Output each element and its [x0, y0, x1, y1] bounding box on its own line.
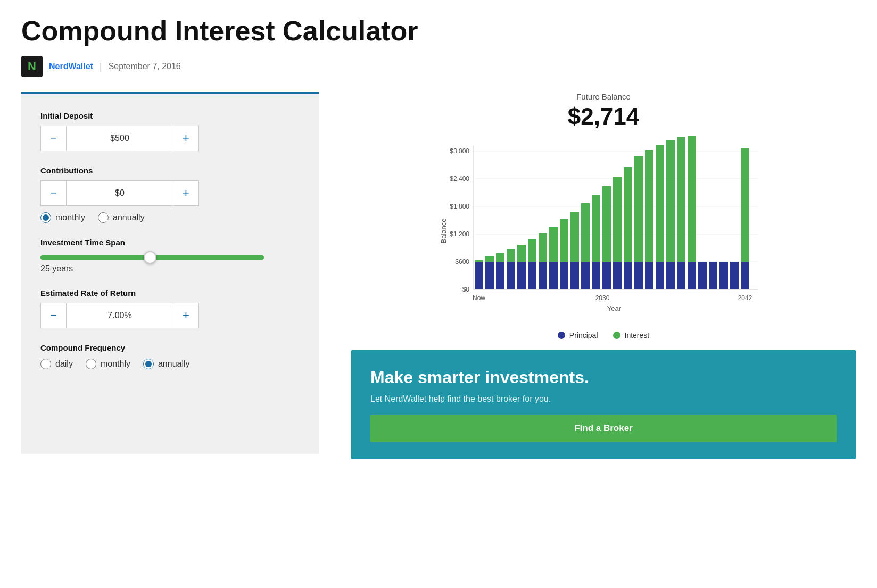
svg-rect-28	[539, 233, 547, 262]
time-span-label: Investment Time Span	[40, 238, 300, 247]
svg-text:$600: $600	[455, 258, 469, 266]
svg-rect-50	[656, 145, 664, 262]
contributions-monthly-label[interactable]: monthly	[40, 212, 85, 223]
svg-rect-56	[688, 136, 696, 262]
byline-author[interactable]: NerdWallet	[49, 62, 93, 71]
svg-rect-62	[741, 148, 749, 262]
promo-title: Make smarter investments.	[370, 367, 837, 387]
svg-rect-47	[645, 262, 653, 289]
rate-of-return-minus[interactable]: −	[40, 303, 66, 328]
svg-text:2042: 2042	[738, 294, 752, 302]
svg-rect-26	[528, 239, 536, 262]
svg-rect-18	[485, 256, 494, 262]
compound-frequency-label: Compound Frequency	[40, 343, 300, 352]
time-span-slider[interactable]	[40, 255, 264, 260]
balance-label: Future Balance	[351, 92, 856, 101]
page-title: Compound Interest Calculator	[21, 16, 856, 46]
svg-text:Balance: Balance	[440, 219, 448, 244]
balance-section: Future Balance $2,714	[351, 92, 856, 130]
compound-monthly-text: monthly	[101, 359, 130, 369]
svg-rect-20	[496, 253, 504, 262]
svg-rect-44	[624, 167, 632, 262]
promo-box: Make smarter investments. Let NerdWallet…	[351, 350, 856, 459]
svg-text:$1,200: $1,200	[450, 230, 469, 238]
compound-daily-text: daily	[55, 359, 73, 369]
svg-rect-36	[581, 203, 590, 262]
compound-daily-radio[interactable]	[40, 359, 51, 369]
rate-of-return-plus[interactable]: +	[173, 303, 199, 328]
contributions-label: Contributions	[40, 166, 300, 175]
svg-rect-40	[602, 186, 611, 262]
svg-text:2030: 2030	[595, 294, 610, 302]
compound-frequency-radios: daily monthly annually	[40, 359, 300, 369]
byline-date: September 7, 2016	[109, 62, 181, 71]
svg-rect-39	[602, 262, 611, 289]
svg-text:Now: Now	[473, 294, 485, 302]
legend-interest: Interest	[613, 331, 650, 339]
contributions-monthly-radio[interactable]	[40, 212, 51, 223]
svg-rect-53	[677, 262, 685, 289]
svg-rect-45	[634, 262, 643, 289]
svg-rect-31	[560, 262, 568, 289]
svg-rect-34	[570, 212, 579, 262]
svg-rect-25	[528, 262, 536, 289]
svg-rect-37	[592, 262, 600, 289]
svg-rect-59	[719, 262, 728, 289]
svg-rect-48	[645, 150, 653, 262]
svg-rect-32	[560, 219, 568, 262]
contributions-annually-text: annually	[113, 213, 145, 222]
legend-principal: Principal	[558, 331, 598, 339]
contributions-frequency: monthly annually	[40, 212, 300, 223]
principal-label: Principal	[569, 331, 598, 339]
find-broker-button[interactable]: Find a Broker	[370, 415, 837, 442]
compound-monthly-radio[interactable]	[86, 359, 96, 369]
calculator-panel: Initial Deposit − + Contributions − + mo…	[21, 92, 319, 454]
contributions-annually-radio[interactable]	[98, 212, 109, 223]
initial-deposit-minus[interactable]: −	[40, 126, 66, 151]
svg-rect-27	[539, 262, 547, 289]
byline-divider: |	[100, 61, 102, 72]
svg-rect-23	[517, 262, 526, 289]
svg-rect-38	[592, 195, 600, 262]
compound-annually-label[interactable]: annually	[143, 359, 190, 369]
time-span-group: Investment Time Span 25 years	[40, 238, 300, 274]
svg-rect-54	[677, 137, 685, 262]
interest-label: Interest	[625, 331, 650, 339]
svg-rect-58	[709, 262, 717, 289]
svg-rect-46	[634, 156, 643, 262]
rate-of-return-input[interactable]	[66, 303, 173, 328]
svg-rect-17	[485, 262, 494, 289]
svg-rect-43	[624, 262, 632, 289]
main-layout: Initial Deposit − + Contributions − + mo…	[21, 92, 856, 459]
contributions-input[interactable]	[66, 180, 173, 206]
contributions-minus[interactable]: −	[40, 180, 66, 206]
contributions-monthly-text: monthly	[55, 213, 85, 222]
time-span-value: 25 years	[40, 264, 300, 274]
compound-daily-label[interactable]: daily	[40, 359, 73, 369]
initial-deposit-plus[interactable]: +	[173, 126, 199, 151]
svg-rect-41	[613, 262, 622, 289]
promo-subtitle: Let NerdWallet help find the best broker…	[370, 394, 837, 404]
contributions-annually-label[interactable]: annually	[98, 212, 145, 223]
nerdwallet-logo: N	[21, 56, 43, 77]
rate-of-return-stepper: − +	[40, 303, 158, 328]
initial-deposit-label: Initial Deposit	[40, 111, 300, 120]
interest-dot	[613, 332, 620, 339]
compound-monthly-label[interactable]: monthly	[86, 359, 130, 369]
right-panel: Future Balance $2,714 Balance $0 $60	[351, 92, 856, 459]
svg-rect-30	[549, 227, 558, 262]
svg-text:$2,400: $2,400	[450, 175, 469, 183]
svg-rect-49	[656, 262, 664, 289]
initial-deposit-stepper: − +	[40, 126, 158, 151]
initial-deposit-group: Initial Deposit − +	[40, 111, 300, 151]
svg-rect-35	[581, 262, 590, 289]
svg-rect-51	[666, 262, 675, 289]
svg-rect-29	[549, 262, 558, 289]
initial-deposit-input[interactable]	[66, 126, 173, 151]
compound-annually-radio[interactable]	[143, 359, 154, 369]
rate-of-return-label: Estimated Rate of Return	[40, 288, 300, 297]
svg-rect-22	[507, 249, 515, 262]
principal-dot	[558, 332, 565, 339]
svg-text:$0: $0	[462, 286, 470, 293]
contributions-plus[interactable]: +	[173, 180, 199, 206]
